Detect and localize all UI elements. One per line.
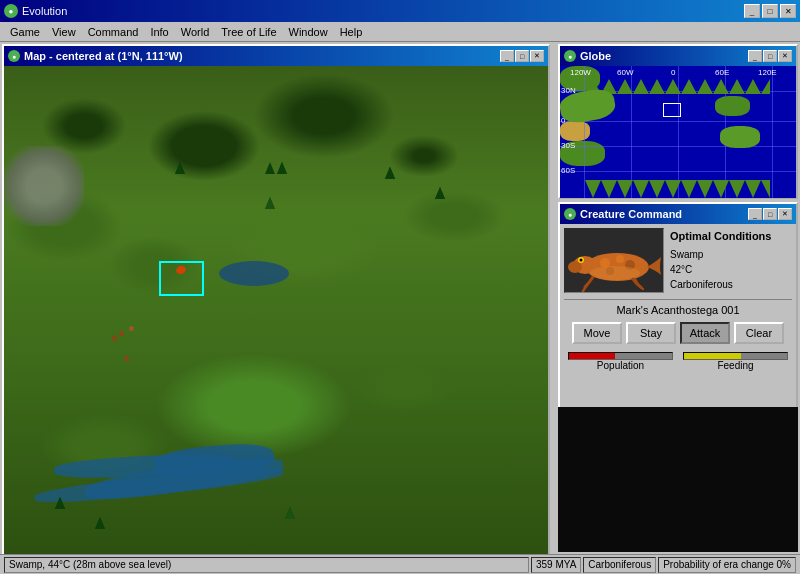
creature-svg bbox=[565, 229, 663, 292]
svg-point-6 bbox=[616, 255, 624, 263]
svg-point-9 bbox=[590, 266, 640, 280]
maximize-button[interactable]: □ bbox=[762, 4, 778, 18]
map-window: ● Map - centered at (1°N, 111°W) _ □ ✕ bbox=[2, 44, 550, 561]
creature-title-bar: ● Creature Command _ □ ✕ bbox=[560, 204, 796, 224]
creature-dot-2 bbox=[112, 336, 117, 341]
globe-window-title: Globe bbox=[580, 50, 611, 62]
globe-close-btn[interactable]: ✕ bbox=[778, 50, 792, 62]
globe-window-icon: ● bbox=[564, 50, 576, 62]
creature-image bbox=[564, 228, 664, 293]
map-window-title: Map - centered at (1°N, 111°W) bbox=[24, 50, 183, 62]
feeding-fill bbox=[684, 353, 741, 359]
creature-window-title: Creature Command bbox=[580, 208, 682, 220]
stay-button[interactable]: Stay bbox=[626, 322, 676, 344]
status-bar: Swamp, 44°C (28m above sea level) 359 MY… bbox=[0, 554, 800, 574]
creature-maximize-btn[interactable]: □ bbox=[763, 208, 777, 220]
globe-land-5 bbox=[715, 96, 750, 116]
map-canvas[interactable] bbox=[4, 66, 548, 557]
feeding-track bbox=[683, 352, 788, 360]
globe-hline-4 bbox=[560, 171, 796, 172]
feeding-bar-item: Feeding bbox=[683, 352, 788, 373]
map-maximize-btn[interactable]: □ bbox=[515, 50, 529, 62]
move-button[interactable]: Move bbox=[572, 322, 622, 344]
optimal-temperature: 42°C bbox=[670, 262, 771, 277]
globe-vline-5 bbox=[772, 66, 773, 198]
globe-vline-2 bbox=[631, 66, 632, 198]
globe-maximize-btn[interactable]: □ bbox=[763, 50, 777, 62]
globe-hline-3 bbox=[560, 146, 796, 147]
menu-info[interactable]: Info bbox=[144, 25, 174, 39]
close-button[interactable]: ✕ bbox=[780, 4, 796, 18]
attack-button[interactable]: Attack bbox=[680, 322, 730, 344]
clear-button[interactable]: Clear bbox=[734, 322, 784, 344]
globe-title-bar: ● Globe _ □ ✕ bbox=[560, 46, 796, 66]
title-bar-buttons: _ □ ✕ bbox=[744, 4, 796, 18]
map-terrain bbox=[4, 66, 548, 557]
map-minimize-btn[interactable]: _ bbox=[500, 50, 514, 62]
map-water-pond bbox=[219, 261, 289, 286]
tree-cluster-1 bbox=[264, 161, 276, 177]
globe-canvas: 120W 60W 0 60E 120E 30N 0 30S 60S bbox=[560, 66, 796, 198]
status-bars: Population Feeding bbox=[564, 352, 792, 373]
creature-command-window: ● Creature Command _ □ ✕ bbox=[558, 202, 798, 432]
optimal-title: Optimal Conditions bbox=[670, 228, 771, 245]
separator-1 bbox=[564, 299, 792, 300]
menu-world[interactable]: World bbox=[175, 25, 216, 39]
menu-window[interactable]: Window bbox=[283, 25, 334, 39]
globe-label-120e: 120E bbox=[758, 68, 777, 77]
creature-dot-4 bbox=[124, 356, 129, 361]
optimal-conditions: Optimal Conditions Swamp 42°C Carbonifer… bbox=[670, 228, 771, 293]
creature-dot-1 bbox=[119, 331, 124, 336]
creature-minimize-btn[interactable]: _ bbox=[748, 208, 762, 220]
globe-viewport-box bbox=[663, 103, 681, 117]
globe-label-30s: 30S bbox=[561, 141, 575, 150]
command-buttons: Move Stay Attack Clear bbox=[564, 322, 792, 344]
globe-vline-1 bbox=[584, 66, 585, 198]
creature-window-icon: ● bbox=[564, 208, 576, 220]
globe-minimize-btn[interactable]: _ bbox=[748, 50, 762, 62]
app-title-bar: ● Evolution _ □ ✕ bbox=[0, 0, 800, 22]
app-icon: ● bbox=[4, 4, 18, 18]
menu-view[interactable]: View bbox=[46, 25, 82, 39]
creature-dot-3 bbox=[129, 326, 134, 331]
globe-label-0: 0 bbox=[671, 68, 675, 77]
app-title: Evolution bbox=[22, 5, 67, 17]
mya-status: 359 MYA bbox=[531, 557, 581, 573]
optimal-habitat: Swamp bbox=[670, 247, 771, 262]
map-title-bar: ● Map - centered at (1°N, 111°W) _ □ ✕ bbox=[4, 46, 548, 66]
main-area: ● Map - centered at (1°N, 111°W) _ □ ✕ bbox=[0, 42, 800, 572]
population-label: Population bbox=[568, 360, 673, 371]
map-rocks bbox=[4, 146, 84, 226]
map-window-icon: ● bbox=[8, 50, 20, 62]
map-close-btn[interactable]: ✕ bbox=[530, 50, 544, 62]
svg-point-2 bbox=[568, 261, 582, 273]
population-track bbox=[568, 352, 673, 360]
optimal-era: Carboniferous bbox=[670, 277, 771, 292]
probability-status: Probability of era change 0% bbox=[658, 557, 796, 573]
globe-land-6 bbox=[720, 126, 760, 148]
terrain-status: Swamp, 44°C (28m above sea level) bbox=[4, 557, 529, 573]
menu-game[interactable]: Game bbox=[4, 25, 46, 39]
creature-info-row: Optimal Conditions Swamp 42°C Carbonifer… bbox=[564, 228, 792, 293]
menu-tree-of-life[interactable]: Tree of Life bbox=[215, 25, 282, 39]
minimize-button[interactable]: _ bbox=[744, 4, 760, 18]
globe-label-60s: 60S bbox=[561, 166, 575, 175]
globe-vline-3 bbox=[678, 66, 679, 198]
population-fill bbox=[569, 353, 615, 359]
globe-hline-2 bbox=[560, 121, 796, 122]
population-bar-item: Population bbox=[568, 352, 673, 373]
era-status: Carboniferous bbox=[583, 557, 656, 573]
svg-point-4 bbox=[580, 259, 583, 262]
dark-panel bbox=[558, 407, 798, 552]
menu-help[interactable]: Help bbox=[334, 25, 369, 39]
feeding-label: Feeding bbox=[683, 360, 788, 371]
globe-window: ● Globe _ □ ✕ 120W 60W 0 60 bbox=[558, 44, 798, 199]
creature-close-btn[interactable]: ✕ bbox=[778, 208, 792, 220]
globe-label-60w: 60W bbox=[617, 68, 633, 77]
creature-name: Mark's Acanthostega 001 bbox=[564, 304, 792, 316]
globe-label-120w: 120W bbox=[570, 68, 591, 77]
creature-content: Optimal Conditions Swamp 42°C Carbonifer… bbox=[560, 224, 796, 377]
globe-label-60e: 60E bbox=[715, 68, 729, 77]
menu-command[interactable]: Command bbox=[82, 25, 145, 39]
menu-bar: Game View Command Info World Tree of Lif… bbox=[0, 22, 800, 42]
